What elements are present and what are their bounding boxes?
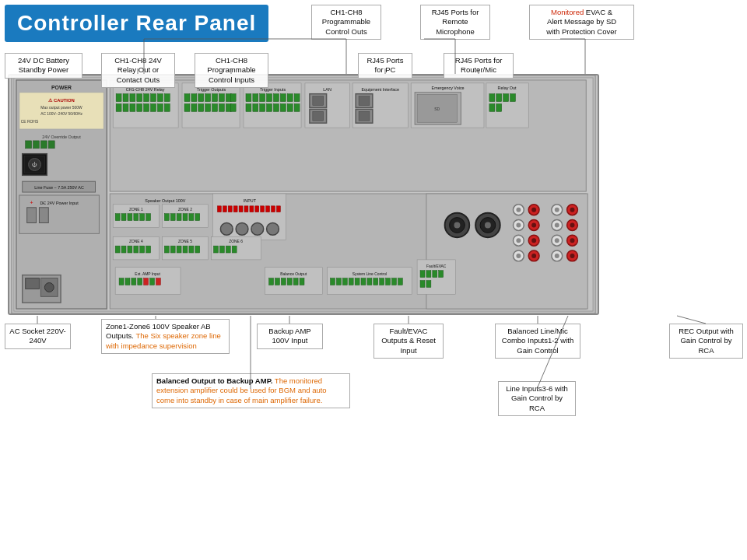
svg-rect-35 [130, 94, 135, 102]
svg-text:Speaker Output 100V: Speaker Output 100V [145, 198, 185, 203]
annotation-24v-battery: 24V DC Battery Standby Power [5, 53, 82, 79]
svg-text:24V Override Output: 24V Override Output [42, 135, 81, 139]
svg-rect-61 [198, 104, 204, 112]
svg-point-168 [531, 254, 536, 258]
svg-rect-199 [189, 246, 194, 253]
svg-text:System Line Control: System Line Control [352, 272, 387, 276]
svg-rect-78 [253, 104, 258, 112]
svg-point-158 [516, 238, 521, 243]
svg-rect-227 [336, 278, 341, 285]
svg-rect-58 [230, 94, 236, 102]
svg-point-164 [531, 223, 536, 228]
annotation-monitored-evac: Monitored EVAC &Alert Message by SDwith … [529, 5, 634, 40]
svg-point-156 [516, 223, 521, 228]
svg-rect-124 [177, 214, 181, 221]
svg-rect-122 [164, 214, 169, 221]
svg-rect-137 [255, 206, 259, 212]
svg-point-180 [570, 223, 575, 228]
svg-rect-241 [426, 271, 431, 278]
svg-rect-198 [183, 246, 188, 253]
svg-point-145 [267, 223, 279, 236]
svg-rect-88 [313, 96, 324, 106]
svg-rect-81 [274, 104, 279, 112]
svg-rect-12 [40, 141, 47, 149]
svg-rect-37 [144, 94, 149, 102]
svg-rect-136 [250, 206, 254, 212]
svg-point-184 [570, 254, 575, 258]
svg-rect-237 [398, 278, 402, 285]
svg-rect-123 [170, 214, 175, 221]
annotation-ch1-ch8-relay: CH1-CH8 24V Relay Out or Contact Outs [101, 53, 175, 88]
svg-rect-197 [177, 246, 181, 253]
svg-point-160 [516, 254, 521, 258]
svg-rect-118 [140, 214, 145, 221]
svg-rect-33 [116, 94, 121, 102]
svg-rect-135 [244, 206, 248, 212]
annotation-fault-evac: Fault/EVAC Outputs & Reset Input [374, 324, 444, 359]
svg-rect-44 [137, 104, 142, 112]
svg-rect-229 [349, 278, 353, 285]
svg-rect-209 [269, 278, 274, 285]
svg-rect-47 [157, 104, 163, 112]
svg-rect-66 [230, 104, 236, 112]
panel-image: POWER ⚠ CAUTION Max output power 500W AC… [8, 74, 599, 315]
svg-rect-80 [267, 104, 272, 112]
svg-point-172 [555, 223, 559, 228]
svg-rect-230 [355, 278, 359, 285]
svg-point-174 [555, 238, 559, 243]
svg-point-170 [555, 208, 559, 212]
svg-point-182 [570, 238, 575, 243]
svg-rect-90 [313, 111, 324, 121]
svg-text:SD: SD [434, 107, 440, 111]
svg-rect-69 [246, 94, 251, 102]
svg-rect-83 [287, 104, 293, 112]
annotation-rj45-pc: RJ45 Ports for PC [358, 53, 412, 79]
svg-rect-211 [281, 278, 286, 285]
svg-text:Line Fuse ~ 7.5A 250V AC: Line Fuse ~ 7.5A 250V AC [34, 185, 84, 190]
svg-text:ZONE 2: ZONE 2 [178, 208, 192, 212]
svg-rect-232 [367, 278, 372, 285]
svg-text:Equipment Interface: Equipment Interface [362, 87, 399, 92]
svg-rect-119 [146, 214, 151, 221]
svg-point-143 [236, 223, 248, 236]
svg-text:⏻: ⏻ [32, 162, 37, 167]
annotation-zone1-6: Zone1-Zone6 100V Speaker AB Outputs. The… [101, 319, 230, 354]
svg-text:Emergency Voice: Emergency Voice [432, 86, 465, 90]
svg-rect-56 [219, 94, 224, 102]
svg-rect-231 [361, 278, 366, 285]
svg-rect-36 [137, 94, 142, 102]
svg-rect-64 [219, 104, 224, 112]
svg-line-263 [677, 316, 706, 324]
svg-rect-233 [374, 278, 378, 285]
svg-rect-222 [150, 278, 155, 285]
annotation-line-inputs: Line Inputs3-6 with Gain Control by RCA [498, 381, 576, 416]
svg-point-142 [220, 223, 233, 236]
svg-rect-79 [260, 104, 265, 112]
svg-point-144 [251, 223, 264, 236]
svg-point-29 [44, 283, 54, 292]
svg-rect-84 [294, 104, 300, 112]
svg-rect-212 [287, 278, 292, 285]
svg-text:Fault/EVAC: Fault/EVAC [426, 264, 447, 268]
svg-rect-94 [359, 96, 370, 106]
svg-rect-226 [331, 278, 335, 285]
panel-svg: POWER ⚠ CAUTION Max output power 500W AC… [9, 75, 598, 313]
svg-rect-204 [219, 246, 224, 253]
svg-rect-138 [261, 206, 265, 212]
svg-point-166 [531, 238, 536, 243]
svg-rect-127 [195, 214, 200, 221]
svg-rect-203 [214, 246, 219, 253]
svg-rect-48 [164, 104, 170, 112]
svg-rect-206 [232, 246, 237, 253]
svg-rect-43 [130, 104, 135, 112]
svg-text:Max output power 500W: Max output power 500W [40, 106, 82, 110]
svg-text:ZONE 5: ZONE 5 [178, 240, 192, 243]
svg-text:LAN: LAN [323, 87, 331, 92]
svg-rect-82 [280, 104, 286, 112]
svg-rect-192 [146, 246, 151, 253]
svg-rect-106 [503, 94, 509, 102]
svg-rect-71 [260, 94, 265, 102]
svg-point-162 [531, 208, 536, 212]
svg-rect-96 [359, 111, 370, 121]
svg-rect-34 [123, 94, 128, 102]
